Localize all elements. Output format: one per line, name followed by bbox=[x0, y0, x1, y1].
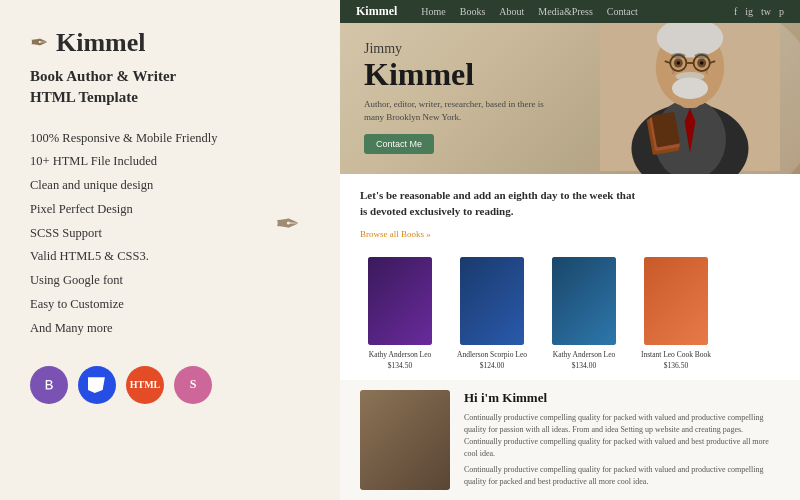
book-cover-image[interactable] bbox=[368, 257, 432, 345]
about-title: Hi i'm Kimmel bbox=[464, 390, 780, 406]
book-price: $124.00 bbox=[480, 361, 504, 370]
book-card: Kathy Anderson Leo $134.00 bbox=[544, 257, 624, 370]
about-section: Hi i'm Kimmel Continually productive com… bbox=[340, 380, 800, 500]
hero-first-name: Jimmy bbox=[364, 41, 776, 57]
tech-badges: HTML S bbox=[30, 366, 310, 404]
book-title: Kathy Anderson Leo bbox=[553, 350, 616, 360]
book-cover-image[interactable] bbox=[644, 257, 708, 345]
feature-item: Pixel Perfect Design bbox=[30, 197, 218, 221]
tagline: Book Author & WriterHTML Template bbox=[30, 66, 310, 108]
feature-item: Valid HTML5 & CSS3. bbox=[30, 245, 218, 269]
feature-item: 10+ HTML File Included bbox=[30, 150, 218, 174]
feature-item: Using Google font bbox=[30, 269, 218, 293]
left-panel: ✒ Kimmel Book Author & WriterHTML Templa… bbox=[0, 0, 340, 500]
book-price: $134.50 bbox=[388, 361, 412, 370]
book-price: $136.50 bbox=[664, 361, 688, 370]
books-quote: Let's be reasonable and add an eighth da… bbox=[360, 188, 640, 219]
twitter-icon[interactable]: tw bbox=[761, 6, 771, 17]
hero-content: Jimmy Kimmel Author, editor, writer, res… bbox=[364, 41, 776, 154]
right-panel: Kimmel Home Books About Media&Press Cont… bbox=[340, 0, 800, 500]
about-body-2: Continually productive compelling qualit… bbox=[464, 464, 780, 488]
book-title: Kathy Anderson Leo bbox=[369, 350, 432, 360]
hero-section: Jimmy Kimmel Author, editor, writer, res… bbox=[340, 23, 800, 174]
navbar-social: f ig tw p bbox=[734, 6, 784, 17]
quill-icon: ✒ bbox=[30, 30, 48, 56]
features-row: 100% Responsive & Mobile Friendly 10+ HT… bbox=[30, 126, 310, 356]
instagram-icon[interactable]: ig bbox=[745, 6, 753, 17]
nav-home[interactable]: Home bbox=[421, 6, 445, 17]
feature-item: Easy to Customize bbox=[30, 292, 218, 316]
features-list: 100% Responsive & Mobile Friendly 10+ HT… bbox=[30, 126, 218, 340]
book-cover-image[interactable] bbox=[552, 257, 616, 345]
nav-about[interactable]: About bbox=[499, 6, 524, 17]
brand-name: Kimmel bbox=[56, 28, 146, 58]
feature-item: 100% Responsive & Mobile Friendly bbox=[30, 126, 218, 150]
contact-button[interactable]: Contact Me bbox=[364, 134, 434, 154]
facebook-icon[interactable]: f bbox=[734, 6, 737, 17]
about-text: Hi i'm Kimmel Continually productive com… bbox=[464, 390, 780, 490]
about-body-1: Continually productive compelling qualit… bbox=[464, 412, 780, 460]
book-cover-image[interactable] bbox=[460, 257, 524, 345]
feature-item: And Many more bbox=[30, 316, 218, 340]
html5-badge: HTML bbox=[126, 366, 164, 404]
navbar: Kimmel Home Books About Media&Press Cont… bbox=[340, 0, 800, 23]
about-photo bbox=[360, 390, 450, 490]
sass-badge: S bbox=[174, 366, 212, 404]
book-card: Andlerson Scorpio Leo $124.00 bbox=[452, 257, 532, 370]
nav-books[interactable]: Books bbox=[460, 6, 486, 17]
book-title: Andlerson Scorpio Leo bbox=[457, 350, 527, 360]
book-card: Instant Leo Cook Book $136.50 bbox=[636, 257, 716, 370]
books-section: Let's be reasonable and add an eighth da… bbox=[340, 174, 800, 380]
bootstrap-badge bbox=[30, 366, 68, 404]
css3-badge bbox=[78, 366, 116, 404]
book-card: Kathy Anderson Leo $134.50 bbox=[360, 257, 440, 370]
hero-subtitle: Author, editor, writer, researcher, base… bbox=[364, 98, 564, 123]
navbar-links: Home Books About Media&Press Contact bbox=[421, 6, 734, 17]
pinterest-icon[interactable]: p bbox=[779, 6, 784, 17]
nav-media[interactable]: Media&Press bbox=[538, 6, 592, 17]
navbar-brand: Kimmel bbox=[356, 4, 397, 19]
book-title: Instant Leo Cook Book bbox=[641, 350, 711, 360]
hero-last-name: Kimmel bbox=[364, 57, 776, 92]
logo-row: ✒ Kimmel bbox=[30, 28, 310, 58]
browse-all-books-link[interactable]: Browse all Books » bbox=[360, 229, 431, 239]
quill-decoration-icon: ✒ bbox=[275, 206, 300, 241]
feature-item: SCSS Support bbox=[30, 221, 218, 245]
feature-item: Clean and unique design bbox=[30, 174, 218, 198]
nav-contact[interactable]: Contact bbox=[607, 6, 638, 17]
book-price: $134.00 bbox=[572, 361, 596, 370]
books-grid: Kathy Anderson Leo $134.50 Andlerson Sco… bbox=[360, 257, 780, 370]
